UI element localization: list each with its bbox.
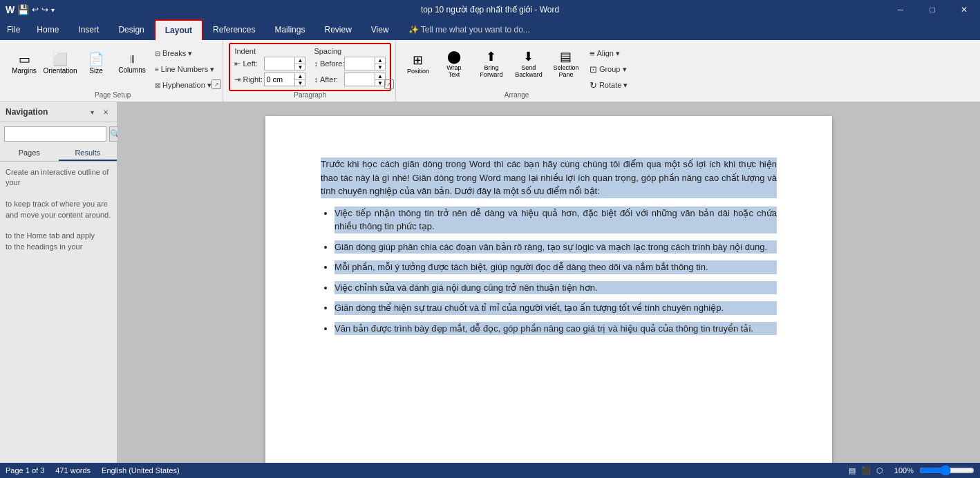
list-item-4: Việc chỉnh sửa và đánh giá nội dung cũng… [334, 281, 777, 295]
window-title: top 10 người đẹp nhất thế giới - Word [421, 5, 559, 15]
spacing-section: Spacing ↕ Before: ▲ ▼ [314, 47, 386, 87]
page-setup-group-label: Page Setup [3, 91, 223, 99]
doc-list: Việc tiếp nhận thông tin trở nên dễ dàng… [321, 207, 777, 336]
tab-tell-me[interactable]: ✨ Tell me what you want to do... [399, 19, 540, 40]
tab-home[interactable]: Home [27, 19, 68, 40]
sidebar-content: Create an interactive outline of your to… [0, 162, 117, 258]
list-item-6: Văn bản được trình bày đẹp mắt, dễ đọc, … [334, 322, 777, 336]
title-bar: W 💾 ↩ ↪ ▾ top 10 người đẹp nhất thế giới… [0, 0, 980, 19]
breaks-button[interactable]: ⊟ Breaks ▾ [151, 46, 218, 61]
margins-button[interactable]: ▭ Margins [7, 43, 41, 84]
arrange-group-label: Arrange [397, 91, 636, 99]
zoom-level: 100% [894, 466, 914, 475]
align-button[interactable]: ≡ Align ▾ [585, 46, 632, 61]
spacing-after-down[interactable]: ▼ [375, 80, 385, 86]
indent-right-spinner: ▲ ▼ [294, 73, 305, 86]
spacing-after-icon: ↕ [314, 75, 318, 84]
indent-section: Indent ⇤ Left: ▲ ▼ [234, 47, 305, 87]
spacing-before-input[interactable] [345, 59, 375, 68]
send-backward-button[interactable]: ⬇ SendBackward [511, 43, 547, 84]
sidebar-collapse-button[interactable]: ▾ [86, 106, 97, 117]
selection-pane-button[interactable]: ▤ SelectionPane [548, 43, 584, 84]
sidebar-content-line2: to keep track of where you areand move y… [6, 199, 111, 220]
hyphenation-button[interactable]: ⊠ Hyphenation ▾ [151, 77, 218, 93]
main-area: Navigation ▾ ✕ 🔍 Pages Results Create an… [0, 102, 980, 463]
spacing-after-field: ▲ ▼ [344, 73, 386, 86]
status-bar: Page 1 of 3 471 words English (United St… [0, 463, 980, 478]
tab-view[interactable]: View [361, 19, 399, 40]
spacing-after-spinner: ▲ ▼ [375, 73, 385, 86]
ribbon-group-indent-spacing: Indent ⇤ Left: ▲ ▼ [225, 40, 396, 102]
view-icon-read[interactable]: ▤ [849, 466, 856, 475]
size-button[interactable]: 📄 Size [79, 43, 113, 84]
tab-design[interactable]: Design [109, 19, 153, 40]
group-button[interactable]: ⊡ Group ▾ [585, 61, 632, 77]
spacing-before-row: ↕ Before: ▲ ▼ [314, 57, 386, 72]
page-setup-expand-button[interactable]: ↗ [211, 79, 221, 89]
sidebar-tabs: Pages Results [0, 146, 117, 162]
sidebar-header: Navigation ▾ ✕ [0, 102, 117, 122]
minimize-button[interactable]: ─ [885, 0, 916, 19]
undo-icon[interactable]: ↩ [32, 5, 39, 15]
zoom-slider[interactable] [919, 465, 974, 476]
paragraph-group-label: Paragraph [225, 91, 395, 99]
page-setup-small-buttons: ⊟ Breaks ▾ ≡ Line Numbers ▾ ⊠ Hyphenatio… [151, 43, 218, 93]
sidebar-tab-results[interactable]: Results [59, 146, 117, 161]
quick-access-toolbar: W 💾 ↩ ↪ ▾ [0, 0, 55, 19]
quick-access-dropdown-icon[interactable]: ▾ [51, 6, 55, 14]
wrap-text-button[interactable]: ⬤ WrapText [436, 43, 472, 84]
indent-left-icon: ⇤ [234, 59, 241, 68]
sidebar-close-button[interactable]: ✕ [100, 106, 111, 117]
spacing-after-up[interactable]: ▲ [375, 73, 385, 80]
document-area[interactable]: Trước khi học cách giãn dòng trong Word … [117, 102, 980, 463]
tab-insert[interactable]: Insert [68, 19, 109, 40]
search-input[interactable] [4, 126, 106, 142]
indent-right-up[interactable]: ▲ [295, 73, 305, 80]
tab-references[interactable]: References [203, 19, 265, 40]
bring-forward-button[interactable]: ⬆ BringForward [473, 43, 509, 84]
position-button[interactable]: ⊞ Position [402, 43, 435, 84]
indent-right-field: ▲ ▼ [264, 73, 305, 86]
ribbon-tab-bar: File Home Insert Design Layout Reference… [0, 19, 980, 40]
spacing-before-up[interactable]: ▲ [375, 57, 385, 64]
columns-button[interactable]: ⫴ Columns [115, 43, 149, 84]
indent-left-input[interactable] [265, 59, 295, 68]
view-icon-web[interactable]: ⬡ [876, 466, 883, 475]
spacing-before-down[interactable]: ▼ [375, 64, 385, 70]
tab-mailings[interactable]: Mailings [265, 19, 314, 40]
list-item-1: Việc tiếp nhận thông tin trở nên dễ dàng… [334, 207, 777, 233]
tab-file[interactable]: File [0, 19, 27, 40]
spacing-after-input[interactable] [345, 75, 375, 84]
status-word-count: 471 words [55, 466, 91, 475]
status-language: English (United States) [102, 466, 180, 475]
tab-review[interactable]: Review [314, 19, 361, 40]
rotate-button[interactable]: ↻ Rotate ▾ [585, 77, 632, 93]
doc-intro-paragraph: Trước khi học cách giãn dòng trong Word … [321, 157, 777, 198]
redo-icon[interactable]: ↪ [41, 5, 48, 15]
spacing-after-label: After: [320, 75, 342, 84]
maximize-button[interactable]: □ [916, 0, 948, 19]
window-controls: ─ □ ✕ [885, 0, 980, 19]
indent-left-up[interactable]: ▲ [295, 57, 305, 64]
spacing-before-icon: ↕ [314, 59, 318, 68]
ribbon: ▭ Margins ⬜ Orientation 📄 Size ⫴ Columns [0, 40, 980, 102]
orientation-button[interactable]: ⬜ Orientation [43, 43, 77, 84]
list-item-5: Giãn dòng thể hiện sự trau chuốt và tỉ m… [334, 301, 777, 315]
paragraph-expand-button[interactable]: ↗ [384, 79, 394, 89]
indent-right-input[interactable] [265, 75, 295, 84]
sidebar: Navigation ▾ ✕ 🔍 Pages Results Create an… [0, 102, 117, 463]
indent-left-down[interactable]: ▼ [295, 64, 305, 70]
document-page: Trước khi học cách giãn dòng trong Word … [265, 116, 832, 463]
sidebar-search-area: 🔍 [0, 122, 117, 146]
indent-left-row: ⇤ Left: ▲ ▼ [234, 57, 305, 72]
save-icon[interactable]: 💾 [17, 4, 29, 15]
indent-right-label: Right: [243, 75, 262, 84]
tab-layout[interactable]: Layout [154, 19, 203, 40]
line-numbers-button[interactable]: ≡ Line Numbers ▾ [151, 61, 218, 77]
indent-left-spinner: ▲ ▼ [294, 57, 305, 70]
view-icon-print[interactable]: ⬛ [861, 466, 871, 475]
close-button[interactable]: ✕ [948, 0, 980, 19]
indent-right-down[interactable]: ▼ [295, 80, 305, 86]
sidebar-controls: ▾ ✕ [86, 106, 111, 117]
sidebar-tab-pages[interactable]: Pages [0, 146, 59, 161]
